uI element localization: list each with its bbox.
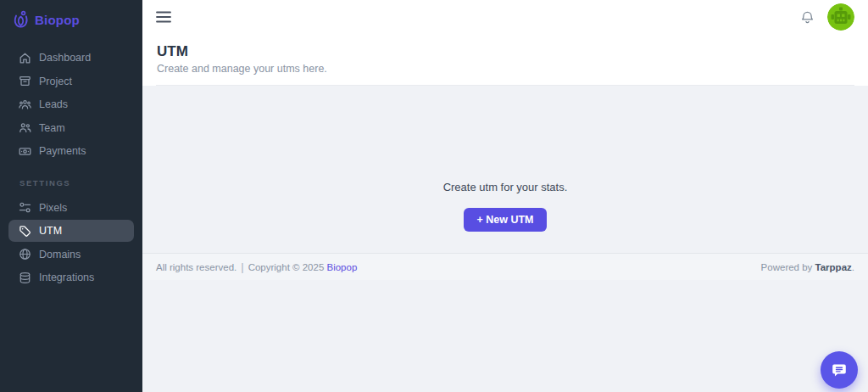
powered-suffix: . (852, 262, 854, 272)
hamburger-menu-icon[interactable] (156, 11, 171, 23)
empty-state-text: Create utm for your stats. (443, 181, 568, 193)
sidebar-item-label: Leads (39, 98, 68, 110)
notification-bell-icon[interactable] (799, 9, 815, 25)
home-icon (19, 52, 31, 64)
powered-by-text: Powered by (761, 262, 813, 272)
sidebar-item-label: Dashboard (39, 52, 91, 64)
page-title: UTM (157, 43, 854, 60)
topbar (142, 0, 868, 34)
database-icon (19, 272, 31, 284)
tag-icon (19, 225, 31, 238)
page-header: UTM Create and manage your utms here. (142, 34, 868, 86)
sidebar-settings-nav: Pixels UTM Domains (0, 197, 142, 290)
main-area: UTM Create and manage your utms here. Cr… (142, 0, 868, 392)
sidebar-item-label: Project (39, 76, 72, 87)
footer-separator: | (241, 260, 243, 273)
new-utm-button[interactable]: + New UTM (464, 208, 546, 232)
sidebar-item-payments[interactable]: Payments (8, 140, 134, 162)
sidebar-item-leads[interactable]: Leads (8, 93, 134, 115)
sidebar-item-dashboard[interactable]: Dashboard (8, 47, 134, 69)
users-icon (19, 121, 31, 134)
sidebar-item-label: UTM (39, 225, 62, 237)
sidebar-section-settings: SETTINGS (0, 164, 142, 197)
sidebar-item-label: Pixels (39, 202, 67, 214)
chat-fab-button[interactable] (821, 351, 858, 389)
sidebar-item-label: Domains (39, 249, 81, 260)
sidebar-item-integrations[interactable]: Integrations (8, 266, 134, 288)
sidebar-item-pixels[interactable]: Pixels (8, 197, 134, 219)
footer-left: All rights reserved.|Copyright © 2025 Bi… (156, 260, 357, 273)
brand-name: Biopop (35, 13, 80, 27)
crowd-icon (19, 98, 31, 111)
sidebar-item-project[interactable]: Project (8, 70, 134, 92)
globe-icon (19, 248, 31, 260)
powered-brand: Tarppaz (815, 262, 852, 272)
sidebar-item-domains[interactable]: Domains (8, 244, 134, 266)
banknote-icon (19, 145, 31, 158)
sliders-icon (19, 201, 31, 214)
sidebar-item-label: Payments (39, 145, 86, 157)
sidebar-nav: Dashboard Project (0, 47, 142, 164)
footer-right: Powered by Tarppaz. (761, 262, 854, 272)
page-background (142, 280, 868, 392)
sidebar-item-label: Team (39, 122, 65, 134)
footer: All rights reserved.|Copyright © 2025 Bi… (142, 254, 868, 280)
sidebar-item-team[interactable]: Team (8, 117, 134, 139)
footer-copyright-text: Copyright © 2025 (248, 262, 325, 272)
page-subtitle: Create and manage your utms here. (157, 63, 854, 75)
topbar-actions (799, 3, 854, 31)
sidebar-item-label: Integrations (39, 272, 94, 283)
sidebar: Biopop Dashboard Project (0, 0, 142, 392)
biopop-flower-icon (11, 10, 31, 30)
empty-state: Create utm for your stats. + New UTM (142, 86, 868, 254)
brand-logo[interactable]: Biopop (0, 0, 142, 47)
footer-rights-text: All rights reserved. (156, 262, 236, 272)
sidebar-item-utm[interactable]: UTM (8, 220, 134, 242)
robot-avatar[interactable] (827, 3, 854, 31)
footer-brand-link[interactable]: Biopop (327, 262, 358, 272)
archive-icon (19, 75, 31, 87)
chat-bubble-icon (830, 361, 849, 379)
